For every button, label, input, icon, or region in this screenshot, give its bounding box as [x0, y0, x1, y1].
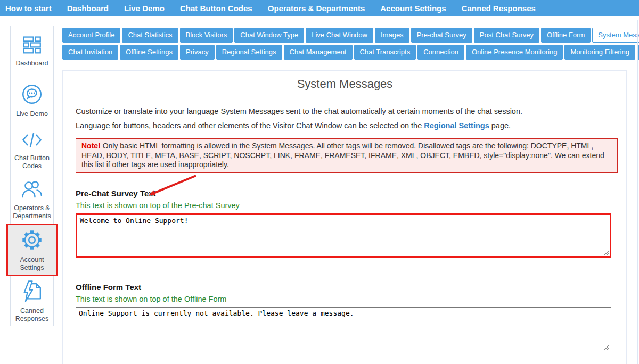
tab-offline-settings[interactable]: Offline Settings [120, 45, 178, 60]
people-icon [20, 177, 44, 203]
gear-icon [20, 228, 44, 254]
nav-item-chat-button-codes[interactable]: Chat Button Codes [180, 4, 252, 13]
offline-form-textarea[interactable]: Online Support is currently not availabl… [76, 307, 611, 352]
prechat-survey-field: Welcome to Online Support! [76, 213, 611, 258]
prechat-survey-textarea[interactable]: Welcome to Online Support! [76, 213, 611, 258]
nav-item-live-demo[interactable]: Live Demo [124, 4, 165, 13]
sidebar-item-chat-button-codes[interactable]: Chat Button Codes [11, 125, 53, 175]
regional-settings-link[interactable]: Regional Settings [424, 121, 489, 130]
code-icon [20, 129, 44, 153]
sidebar-item-label: Canned Responses [12, 307, 52, 323]
settings-tabs: Account ProfileChat StatisticsBlock Visi… [62, 28, 635, 62]
tabs-row2: Chat InvitationOffline SettingsPrivacyRe… [62, 45, 635, 60]
intro-2-text-before: Language for buttons, headers and other … [76, 121, 424, 130]
sidebar-item-account-settings[interactable]: Account Settings [6, 224, 58, 276]
page-title: System Messages [63, 77, 626, 91]
tab-images[interactable]: Images [375, 28, 409, 43]
offline-form-field: Online Support is currently not availabl… [76, 307, 611, 352]
lightning-page-icon [20, 279, 44, 305]
sidebar-item-canned-responses[interactable]: Canned Responses [11, 276, 53, 326]
note-box: Note! Only basic HTML formatting is allo… [76, 138, 618, 173]
nav-item-operators-departments[interactable]: Operators & Departments [268, 4, 365, 13]
sidebar-item-operators-departments[interactable]: Operators & Departments [11, 174, 53, 224]
note-text: Only basic HTML formatting is allowed in… [81, 142, 604, 169]
prechat-survey-help: This text is shown on top of the Pre-cha… [76, 201, 626, 210]
tabs-row1: Account ProfileChat StatisticsBlock Visi… [62, 28, 635, 43]
tab-privacy[interactable]: Privacy [180, 45, 215, 60]
tab-chat-statistics[interactable]: Chat Statistics [122, 28, 178, 43]
sidebar: DashboardLive DemoChat Button CodesOpera… [10, 26, 54, 326]
tab-account-profile[interactable]: Account Profile [62, 28, 120, 43]
note-label: Note! [81, 142, 101, 150]
nav-item-dashboard[interactable]: Dashboard [67, 4, 109, 13]
sidebar-item-dashboard[interactable]: Dashboard [11, 26, 53, 76]
page-right-border [637, 20, 638, 364]
sidebar-item-label: Account Settings [12, 256, 52, 272]
main-panel: System Messages Customize or translate i… [62, 70, 627, 364]
tab-chat-window-type[interactable]: Chat Window Type [234, 28, 304, 43]
intro-paragraph-1: Customize or translate into your languag… [76, 106, 618, 116]
annotation-arrow-icon [142, 172, 203, 201]
dashboard-grid-icon [20, 34, 44, 58]
nav-item-canned-responses[interactable]: Canned Responses [462, 4, 536, 13]
tab-connection[interactable]: Connection [417, 45, 464, 60]
tab-block-visitors[interactable]: Block Visitors [180, 28, 233, 43]
sidebar-item-label: Live Demo [12, 110, 52, 118]
intro-2-text-after: page. [489, 121, 511, 130]
tab-live-chat-window[interactable]: Live Chat Window [306, 28, 373, 43]
intro-paragraph-2: Language for buttons, headers and other … [76, 121, 618, 130]
tab-post-chat-survey[interactable]: Post Chat Survey [474, 28, 539, 43]
tab-regional-settings[interactable]: Regional Settings [216, 45, 282, 60]
offline-form-help: This text is shown on top of the Offline… [76, 295, 626, 303]
tab-offline-form[interactable]: Offline Form [541, 28, 591, 43]
top-nav: How to startDashboardLive DemoChat Butto… [0, 0, 639, 16]
tab-chat-transcripts[interactable]: Chat Transcripts [354, 45, 416, 60]
nav-item-how-to-start[interactable]: How to start [5, 4, 52, 13]
sidebar-item-label: Operators & Departments [12, 204, 52, 220]
sidebar-item-live-demo[interactable]: Live Demo [11, 76, 53, 125]
sidebar-item-label: Chat Button Codes [12, 154, 52, 170]
nav-item-account-settings[interactable]: Account Settings [380, 4, 446, 13]
tab-chat-invitation[interactable]: Chat Invitation [62, 45, 118, 60]
sidebar-item-label: Dashboard [12, 60, 52, 68]
chat-bubble-icon [20, 82, 44, 109]
tab-pre-chat-survey[interactable]: Pre-chat Survey [411, 28, 472, 43]
tab-monitoring-filtering[interactable]: Monitoring Filtering [564, 45, 635, 60]
offline-form-heading: Offline Form Text [76, 283, 626, 292]
tab-system-messages[interactable]: System Messages [592, 28, 639, 43]
tab-online-presence-monitoring[interactable]: Online Presence Monitoring [466, 45, 563, 60]
tab-chat-management[interactable]: Chat Management [284, 45, 353, 60]
